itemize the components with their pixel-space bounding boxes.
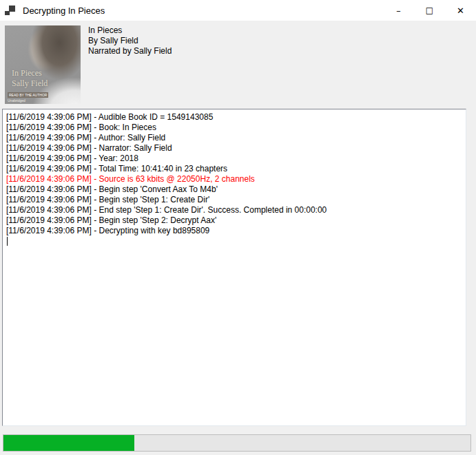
log-output-textbox[interactable]: [11/6/2019 4:39:06 PM] - Audible Book ID… (2, 109, 466, 426)
app-icon (5, 5, 16, 16)
title-bar: Decrypting In Pieces – □ ✕ (0, 0, 476, 21)
caption-buttons: – □ ✕ (383, 0, 476, 21)
app-icon-square-large (9, 6, 15, 12)
minimize-button[interactable]: – (383, 0, 414, 21)
window-title: Decrypting In Pieces (23, 6, 105, 16)
log-line: [11/6/2019 4:39:06 PM] - Total Time: 10:… (6, 164, 462, 174)
log-line: [11/6/2019 4:39:06 PM] - Year: 2018 (6, 154, 462, 164)
log-line: [11/6/2019 4:39:06 PM] - Begin step 'Ste… (6, 195, 462, 205)
log-line: [11/6/2019 4:39:06 PM] - Author: Sally F… (6, 133, 462, 143)
cover-unabridged-label: Unabridged (8, 98, 25, 103)
cover-book-title: In Pieces (12, 68, 48, 78)
log-line: [11/6/2019 4:39:06 PM] - Begin step 'Con… (6, 184, 462, 195)
log-line: [11/6/2019 4:39:06 PM] - Source is 63 kb… (6, 174, 462, 184)
log-line: [11/6/2019 4:39:06 PM] - End step 'Step … (6, 205, 462, 215)
maximize-button[interactable]: □ (414, 0, 445, 21)
log-lines-container: [11/6/2019 4:39:06 PM] - Audible Book ID… (6, 112, 462, 236)
close-button[interactable]: ✕ (445, 0, 476, 21)
app-window: Decrypting In Pieces – □ ✕ In Pieces Sal… (0, 0, 476, 455)
log-line: [11/6/2019 4:39:06 PM] - Audible Book ID… (6, 112, 462, 123)
log-line: [11/6/2019 4:39:06 PM] - Narrator: Sally… (6, 143, 462, 154)
progress-bar-fill (3, 435, 134, 451)
cover-title-text: In Pieces Sally Field (12, 68, 48, 89)
text-caret (7, 237, 8, 246)
log-line: [11/6/2019 4:39:06 PM] - Decrypting with… (6, 226, 462, 236)
progress-bar (3, 434, 471, 452)
book-info: In Pieces By Sally Field Narrated by Sal… (88, 25, 172, 56)
book-author: By Sally Field (88, 36, 172, 46)
log-line: [11/6/2019 4:39:06 PM] - Book: In Pieces (6, 123, 462, 133)
book-title: In Pieces (88, 25, 172, 36)
book-cover-image: In Pieces Sally Field READ BY THE AUTHOR… (5, 25, 81, 104)
cover-book-author: Sally Field (12, 78, 48, 89)
book-narrator: Narrated by Sally Field (88, 46, 172, 56)
app-icon-square-small (5, 11, 10, 15)
cover-read-by-badge: READ BY THE AUTHOR (8, 92, 48, 98)
log-line: [11/6/2019 4:39:06 PM] - Begin step 'Ste… (6, 215, 462, 226)
